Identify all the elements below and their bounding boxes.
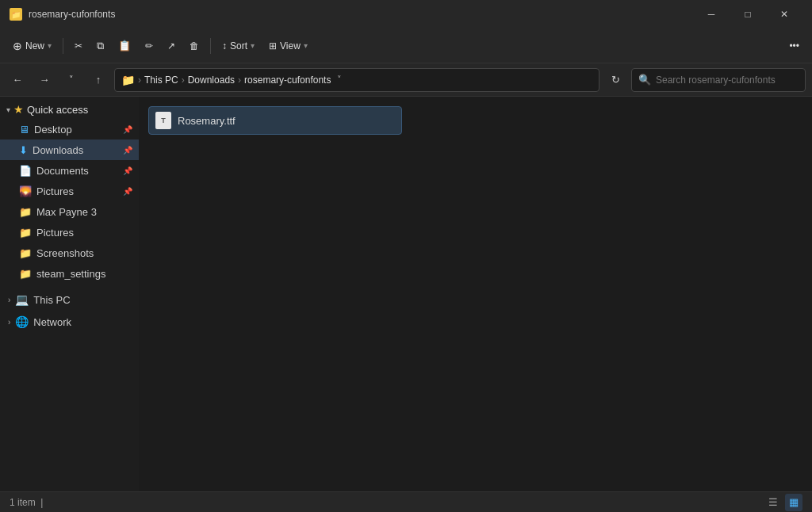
sort-button[interactable]: ↕ Sort ▾	[216, 36, 261, 55]
title-bar: 📁 rosemary-cufonfonts ─ □ ✕	[0, 0, 812, 29]
sidebar-item-pictures2[interactable]: 📁 Pictures	[0, 222, 139, 243]
address-part-thispc: This PC	[144, 75, 178, 86]
search-icon: 🔍	[638, 74, 651, 86]
search-input[interactable]	[656, 75, 799, 86]
sidebar-item-pictures[interactable]: 🌄 Pictures 📌	[0, 181, 139, 201]
sidebar-item-desktop[interactable]: 🖥 Desktop 📌	[0, 119, 139, 139]
downloads-icon: ⬇	[19, 144, 28, 156]
sidebar-item-downloads-label: Downloads	[33, 144, 83, 156]
toolbar: ⊕ New ▾ ✂ ⧉ 📋 ✏ ↗ 🗑 ↕ Sort ▾ ⊞ View ▾ ••…	[0, 29, 812, 63]
desktop-icon: 🖥	[19, 124, 29, 136]
copy-icon: ⧉	[97, 40, 104, 52]
back-button[interactable]: ←	[6, 69, 29, 91]
main-content: ▾ ★ Quick access 🖥 Desktop 📌 ⬇ Downloads…	[0, 97, 812, 491]
refresh-button[interactable]: ↻	[604, 69, 626, 91]
maxpayne-folder-icon: 📁	[19, 206, 32, 218]
search-box[interactable]: 🔍	[631, 68, 806, 92]
file-name-rosemary: Rosemary.ttf	[178, 115, 236, 127]
paste-button[interactable]: 📋	[112, 36, 137, 55]
pin-icon-downloads: 📌	[123, 146, 132, 155]
address-row: ← → ˅ ↑ 📁 › This PC › Downloads › rosema…	[0, 63, 812, 97]
address-bar[interactable]: 📁 › This PC › Downloads › rosemary-cufon…	[114, 68, 599, 92]
sort-icon: ↕	[222, 40, 227, 52]
sidebar-item-desktop-label: Desktop	[34, 124, 72, 136]
separator-1	[63, 38, 63, 54]
address-folder-icon: 📁	[121, 74, 135, 86]
network-label: Network	[33, 316, 71, 328]
dropdown-button[interactable]: ˅	[60, 69, 82, 91]
new-icon: ⊕	[13, 40, 22, 52]
copy-button[interactable]: ⧉	[90, 36, 110, 56]
delete-icon: 🗑	[190, 40, 199, 52]
window-controls: ─ □ ✕	[693, 0, 802, 29]
this-pc-label: This PC	[33, 294, 70, 306]
cut-icon: ✂	[75, 40, 82, 52]
pin-icon-documents: 📌	[123, 166, 132, 175]
file-grid: Rosemary.ttf	[148, 106, 802, 135]
sidebar-item-screenshots-label: Screenshots	[36, 247, 94, 259]
file-area: Rosemary.ttf	[139, 97, 812, 491]
pin-icon-desktop: 📌	[123, 125, 132, 134]
sidebar-item-downloads[interactable]: ⬇ Downloads 📌	[0, 139, 139, 160]
rename-icon: ✏	[145, 40, 153, 52]
documents-icon: 📄	[19, 165, 32, 177]
window-title: rosemary-cufonfonts	[29, 9, 687, 20]
sidebar-item-screenshots[interactable]: 📁 Screenshots	[0, 243, 139, 263]
quick-access-chevron: ▾	[6, 105, 10, 114]
view-icon: ⊞	[269, 40, 277, 52]
sidebar-item-steam-label: steam_settings	[36, 268, 105, 280]
this-pc-icon: 💻	[15, 293, 29, 306]
close-button[interactable]: ✕	[766, 0, 802, 29]
delete-button[interactable]: 🗑	[183, 36, 205, 55]
network-icon: 🌐	[15, 315, 29, 328]
screenshots-folder-icon: 📁	[19, 247, 32, 259]
sidebar-item-thispc[interactable]: › 💻 This PC	[0, 288, 139, 311]
sidebar-item-pictures-label: Pictures	[36, 185, 74, 197]
more-icon: •••	[789, 40, 799, 52]
thispc-chevron: ›	[8, 296, 10, 304]
forward-button[interactable]: →	[33, 69, 56, 91]
paste-icon: 📋	[118, 40, 131, 52]
status-view-icons: ☰ ▦	[764, 494, 802, 511]
app-icon: 📁	[10, 8, 22, 21]
address-part-folder: rosemary-cufonfonts	[244, 75, 331, 86]
address-part-downloads: Downloads	[188, 75, 235, 86]
sidebar-item-documents[interactable]: 📄 Documents 📌	[0, 160, 139, 181]
quick-access-header[interactable]: ▾ ★ Quick access	[0, 100, 139, 119]
sidebar-item-maxpayne3-label: Max Payne 3	[36, 206, 97, 218]
address-chevron: ˅	[337, 75, 342, 85]
maximize-button[interactable]: □	[730, 0, 766, 29]
minimize-button[interactable]: ─	[693, 0, 730, 29]
rename-button[interactable]: ✏	[139, 36, 159, 55]
sidebar-item-pictures2-label: Pictures	[36, 227, 74, 239]
share-icon: ↗	[167, 40, 175, 52]
sidebar-item-documents-label: Documents	[36, 165, 89, 177]
pin-icon-pictures: 📌	[123, 187, 132, 196]
separator-2	[210, 38, 211, 54]
file-icon-rosemary	[155, 112, 171, 129]
pictures2-folder-icon: 📁	[19, 227, 32, 239]
list-view-button[interactable]: ☰	[764, 494, 782, 511]
cut-button[interactable]: ✂	[68, 36, 89, 55]
quick-access-label: Quick access	[27, 104, 88, 116]
up-button[interactable]: ↑	[87, 69, 109, 91]
sidebar: ▾ ★ Quick access 🖥 Desktop 📌 ⬇ Downloads…	[0, 97, 139, 491]
sidebar-item-maxpayne3[interactable]: 📁 Max Payne 3	[0, 201, 139, 222]
network-chevron: ›	[8, 318, 10, 327]
status-bar: 1 item | ☰ ▦	[0, 491, 812, 512]
sidebar-item-network[interactable]: › 🌐 Network	[0, 311, 139, 333]
view-button[interactable]: ⊞ View ▾	[262, 36, 314, 55]
share-button[interactable]: ↗	[161, 36, 182, 55]
file-item-rosemary[interactable]: Rosemary.ttf	[148, 106, 402, 135]
status-item-count: 1 item |	[10, 497, 764, 508]
new-button[interactable]: ⊕ New ▾	[6, 36, 58, 56]
quick-access-star-icon: ★	[13, 103, 24, 116]
more-button[interactable]: •••	[783, 36, 806, 55]
pictures-icon: 🌄	[19, 185, 32, 197]
sidebar-item-steam-settings[interactable]: 📁 steam_settings	[0, 263, 139, 284]
detail-view-button[interactable]: ▦	[785, 494, 802, 511]
steam-folder-icon: 📁	[19, 268, 32, 280]
